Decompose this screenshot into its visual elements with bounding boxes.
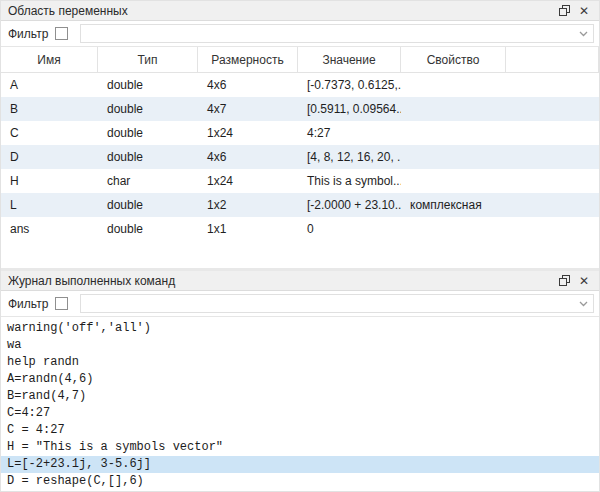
float-window-icon[interactable] bbox=[554, 2, 574, 20]
var-type: double bbox=[98, 193, 198, 217]
table-row[interactable]: ans double 1x1 0 bbox=[1, 217, 599, 241]
filter-label: Фильтр bbox=[8, 297, 48, 311]
close-icon[interactable]: ✕ bbox=[574, 2, 594, 20]
var-type: double bbox=[98, 97, 198, 121]
var-type: char bbox=[98, 169, 198, 193]
var-property bbox=[401, 121, 506, 145]
var-name: C bbox=[1, 121, 98, 145]
table-row[interactable]: A double 4x6 [-0.7373, 0.6125,... bbox=[1, 73, 599, 97]
table-row[interactable]: L double 1x2 [-2.0000 + 23.10... комплек… bbox=[1, 193, 599, 217]
close-icon[interactable]: ✕ bbox=[574, 272, 594, 290]
var-value: 4:27 bbox=[298, 121, 401, 145]
history-line[interactable]: C=4:27 bbox=[1, 405, 599, 422]
var-type: double bbox=[98, 121, 198, 145]
var-property bbox=[401, 217, 506, 241]
var-property bbox=[401, 97, 506, 121]
history-filterbar: Фильтр bbox=[1, 291, 599, 317]
history-line[interactable]: warning('off','all') bbox=[1, 320, 599, 337]
var-size: 1x2 bbox=[198, 193, 298, 217]
filter-checkbox[interactable] bbox=[55, 297, 68, 310]
float-window-icon[interactable] bbox=[554, 272, 574, 290]
table-row[interactable]: H char 1x24 This is a symbol... bbox=[1, 169, 599, 193]
var-size: 4x6 bbox=[198, 73, 298, 97]
var-name: A bbox=[1, 73, 98, 97]
var-size: 1x1 bbox=[198, 217, 298, 241]
history-line[interactable]: wa bbox=[1, 337, 599, 354]
var-size: 1x24 bbox=[198, 169, 298, 193]
history-line[interactable]: B=rand(4,7) bbox=[1, 388, 599, 405]
column-header-filler bbox=[506, 47, 599, 72]
var-value: 0 bbox=[298, 217, 401, 241]
column-header-type[interactable]: Тип bbox=[98, 47, 198, 72]
table-row[interactable]: D double 4x6 [4, 8, 12, 16, 20, ... bbox=[1, 145, 599, 169]
column-header-value[interactable]: Значение bbox=[298, 47, 401, 72]
variables-panel: Область переменных ✕ Фильтр Имя Тип Разм… bbox=[1, 1, 599, 268]
command-history-panel: Журнал выполненных команд ✕ Фильтр warni… bbox=[1, 271, 599, 491]
filter-combobox[interactable] bbox=[80, 24, 594, 43]
var-type: double bbox=[98, 73, 198, 97]
variables-panel-title: Область переменных bbox=[8, 4, 554, 18]
var-type: double bbox=[98, 145, 198, 169]
var-name: D bbox=[1, 145, 98, 169]
table-row[interactable]: C double 1x24 4:27 bbox=[1, 121, 599, 145]
var-size: 1x24 bbox=[198, 121, 298, 145]
chevron-down-icon bbox=[579, 31, 588, 37]
var-name: ans bbox=[1, 217, 98, 241]
chevron-down-icon bbox=[579, 301, 588, 307]
filter-checkbox[interactable] bbox=[55, 27, 68, 40]
var-property bbox=[401, 169, 506, 193]
var-property bbox=[401, 145, 506, 169]
variables-empty-area bbox=[1, 241, 599, 268]
history-panel-title: Журнал выполненных команд bbox=[8, 274, 554, 288]
var-property: комплексная bbox=[401, 193, 506, 217]
command-history-list: warning('off','all') wa help randn A=ran… bbox=[1, 317, 599, 491]
history-line[interactable]: D = reshape(C,[],6) bbox=[1, 473, 599, 490]
var-value: This is a symbol... bbox=[298, 169, 401, 193]
filter-combobox[interactable] bbox=[80, 294, 594, 313]
filter-label: Фильтр bbox=[8, 27, 48, 41]
variables-table-header: Имя Тип Размерность Значение Свойство bbox=[1, 47, 599, 73]
var-property bbox=[401, 73, 506, 97]
var-value: [-0.7373, 0.6125,... bbox=[298, 73, 401, 97]
var-size: 4x7 bbox=[198, 97, 298, 121]
variables-table-body: A double 4x6 [-0.7373, 0.6125,... B doub… bbox=[1, 73, 599, 241]
var-type: double bbox=[98, 217, 198, 241]
var-value: [-2.0000 + 23.10... bbox=[298, 193, 401, 217]
variables-titlebar: Область переменных ✕ bbox=[1, 1, 599, 21]
history-line[interactable]: L=[-2+23.1j, 3-5.6j] bbox=[1, 456, 599, 473]
var-name: L bbox=[1, 193, 98, 217]
var-value: [0.5911, 0.09564... bbox=[298, 97, 401, 121]
history-line[interactable]: H = "This is a symbols vector" bbox=[1, 439, 599, 456]
var-size: 4x6 bbox=[198, 145, 298, 169]
history-titlebar: Журнал выполненных команд ✕ bbox=[1, 271, 599, 291]
docked-panels-window: Область переменных ✕ Фильтр Имя Тип Разм… bbox=[0, 0, 600, 492]
history-line[interactable]: C = 4:27 bbox=[1, 422, 599, 439]
variables-filterbar: Фильтр bbox=[1, 21, 599, 47]
var-value: [4, 8, 12, 16, 20, ... bbox=[298, 145, 401, 169]
column-header-size[interactable]: Размерность bbox=[198, 47, 298, 72]
history-line[interactable]: A=randn(4,6) bbox=[1, 371, 599, 388]
var-name: B bbox=[1, 97, 98, 121]
history-line[interactable]: help randn bbox=[1, 354, 599, 371]
var-name: H bbox=[1, 169, 98, 193]
column-header-property[interactable]: Свойство bbox=[401, 47, 506, 72]
column-header-name[interactable]: Имя bbox=[1, 47, 98, 72]
table-row[interactable]: B double 4x7 [0.5911, 0.09564... bbox=[1, 97, 599, 121]
